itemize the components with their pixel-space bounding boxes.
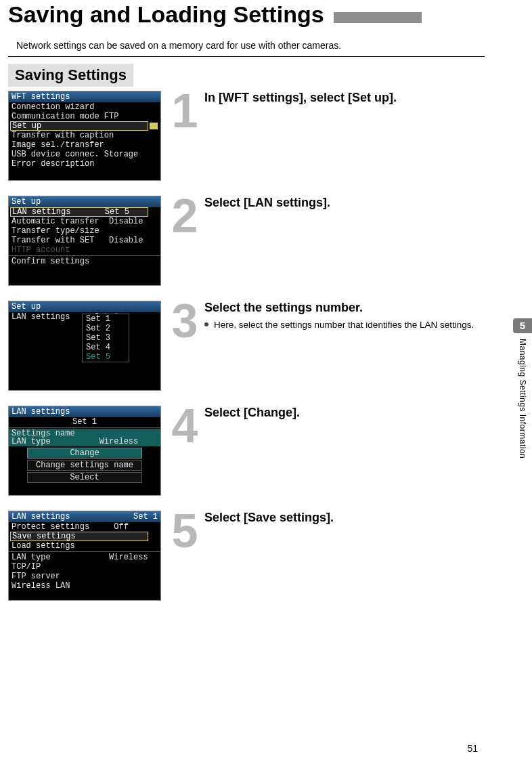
step-title: Select [Change]. <box>204 406 478 420</box>
menu-header: Set up <box>9 301 160 312</box>
step-title: Select [LAN settings]. <box>204 196 478 210</box>
info-block: Settings name LAN type Wireless <box>9 429 160 446</box>
menu-row: Transfer type/size <box>9 226 160 236</box>
separator <box>9 551 160 552</box>
separator <box>9 255 160 256</box>
screenshot-lan-number: Set up LAN settings ▶Set 1 Set 1 Set 2 S… <box>8 301 161 391</box>
menu-row: Automatic transfer Disable <box>9 217 160 226</box>
submenu: Set 1 Set 2 Set 3 Set 4 Set 5 <box>82 314 129 362</box>
button-change-name: Change settings name <box>27 460 142 471</box>
screenshot-wft-settings: WFT settings Connection wizard Communica… <box>8 91 161 181</box>
step-number: 4 <box>165 407 204 445</box>
step-3: Set up LAN settings ▶Set 1 Set 1 Set 2 S… <box>0 301 532 391</box>
menu-row: TCP/IP <box>9 562 160 572</box>
menu-row-selected: Save settings <box>10 532 148 541</box>
menu-row: USB device connec. Storage <box>9 150 160 159</box>
screenshot-setup: Set up LAN settings Set 5 Automatic tran… <box>8 196 161 286</box>
step-title: Select [Save settings]. <box>204 511 478 525</box>
menu-row-disabled: HTTP account <box>9 245 160 255</box>
chapter-number: 5 <box>513 318 532 333</box>
menu-row: Communication mode FTP <box>9 112 160 121</box>
screenshot-save-settings: LAN settingsSet 1 Protect settings Off S… <box>8 511 161 601</box>
submenu-item: Set 3 <box>83 333 129 343</box>
intro-text: Network settings can be saved on a memor… <box>16 40 341 51</box>
step-number: 3 <box>165 302 204 340</box>
step-number: 2 <box>165 197 204 235</box>
chapter-label: Managing Settings Information <box>518 339 527 459</box>
page-number: 51 <box>467 743 478 754</box>
menu-row: Image sel./transfer <box>9 140 160 150</box>
separator <box>9 427 160 428</box>
button-change: Change <box>27 448 142 459</box>
menu-row: Transfer with caption <box>9 131 160 140</box>
menu-header: LAN settingsSet 1 <box>9 511 160 522</box>
step-2: Set up LAN settings Set 5 Automatic tran… <box>0 196 532 286</box>
submenu-item: Set 4 <box>83 343 129 352</box>
menu-row: FTP server <box>9 572 160 581</box>
menu-row-selected: Set up <box>10 121 148 131</box>
menu-row-selected: LAN settings Set 5 <box>10 207 148 217</box>
step-5: LAN settingsSet 1 Protect settings Off S… <box>0 511 532 601</box>
step-title: Select the settings number. <box>204 301 478 315</box>
page-title: Saving and Loading Settings <box>0 0 324 28</box>
scrollbar-thumb-icon <box>150 123 158 129</box>
step-bullet: Here, select the settings number that id… <box>204 319 478 331</box>
menu-header: Set up <box>9 196 160 207</box>
menu-row: Transfer with SET Disable <box>9 236 160 245</box>
step-4: LAN settings Set 1 Settings name LAN typ… <box>0 406 532 496</box>
step-number: 5 <box>165 512 204 550</box>
step-number: 1 <box>165 92 204 130</box>
menu-row: Confirm settings <box>9 257 160 266</box>
menu-header: WFT settings <box>9 91 160 102</box>
submenu-item: Set 1 <box>83 314 129 324</box>
screenshot-change: LAN settings Set 1 Settings name LAN typ… <box>8 406 161 496</box>
step-title: In [WFT settings], select [Set up]. <box>204 91 478 105</box>
title-accent-bar <box>334 12 422 23</box>
menu-row: Load settings <box>9 541 160 551</box>
submenu-item: Set 2 <box>83 324 129 333</box>
button-select: Select <box>27 472 142 483</box>
chapter-tab: 5 Managing Settings Information <box>513 318 532 459</box>
menu-row: LAN type Wireless <box>9 553 160 562</box>
menu-row: Connection wizard <box>9 102 160 112</box>
submenu-item-selected: Set 5 <box>83 352 129 362</box>
menu-row: Wireless LAN <box>9 581 160 591</box>
menu-header: LAN settings <box>9 406 160 417</box>
section-heading: Saving Settings <box>8 64 133 87</box>
menu-subheader: Set 1 <box>9 417 160 427</box>
menu-row: Error description <box>9 159 160 169</box>
step-1: WFT settings Connection wizard Communica… <box>0 91 532 181</box>
menu-row: Protect settings Off <box>9 522 160 532</box>
info-row: LAN type Wireless <box>12 438 158 446</box>
